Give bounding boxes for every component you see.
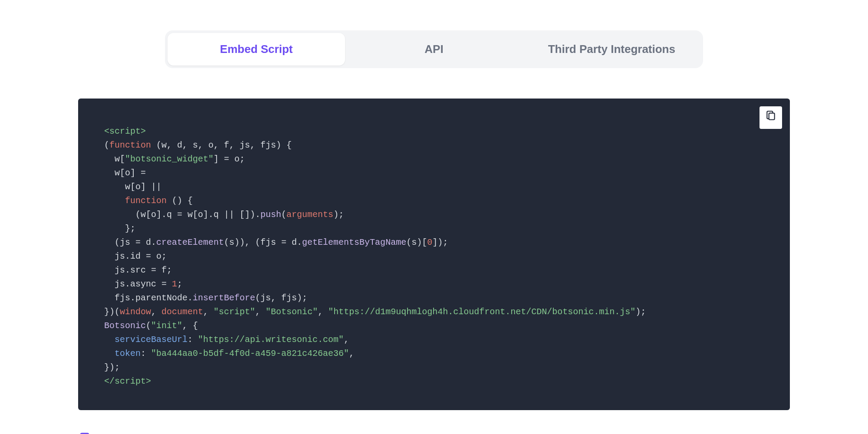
- code-token: function: [125, 196, 167, 206]
- code-token: [104, 335, 115, 345]
- code-token: ,: [349, 349, 354, 358]
- code-token: "https://d1m9uqhmlogh4h.cloudfront.net/C…: [328, 307, 635, 317]
- code-token: window: [120, 307, 151, 317]
- code-token: (w[o].q = w[o].q || []).: [104, 210, 260, 220]
- code-token: (: [281, 210, 286, 220]
- code-token: push: [260, 210, 281, 220]
- code-token: "botsonic_widget": [125, 154, 214, 164]
- code-token: getElementsByTagName: [302, 237, 406, 247]
- copy-button[interactable]: [760, 106, 782, 129]
- code-token: );: [635, 307, 646, 317]
- code-token: ]);: [432, 237, 448, 247]
- code-token: 1: [172, 279, 177, 289]
- tab-embed-script[interactable]: Embed Script: [168, 33, 345, 66]
- code-token: document: [161, 307, 203, 317]
- code-token: , {: [182, 321, 198, 331]
- code-token: (: [104, 140, 109, 150]
- code-token: Botsonic: [104, 321, 146, 331]
- code-token: js.async =: [104, 279, 172, 289]
- page-container: Embed Script API Third Party Integration…: [0, 0, 868, 434]
- clipboard-icon: [765, 110, 776, 126]
- code-token: token: [115, 349, 141, 358]
- code-token: };: [104, 224, 135, 233]
- code-token: })(: [104, 307, 120, 317]
- code-token: (s)), (fjs = d.: [224, 237, 302, 247]
- tabs: Embed Script API Third Party Integration…: [165, 30, 703, 68]
- code-token: (: [146, 321, 151, 331]
- code-token: :: [141, 349, 151, 358]
- code-token: (js, fjs);: [255, 293, 307, 303]
- learn-more-row: Learn more about using Embed Script: [78, 432, 790, 434]
- code-token: });: [104, 362, 120, 372]
- code-token: </script>: [104, 376, 151, 386]
- tabs-wrapper: Embed Script API Third Party Integration…: [78, 30, 790, 68]
- code-token: ,: [255, 307, 266, 317]
- code-token: ,: [344, 335, 349, 345]
- code-token: (w, d, s, o, f, js, fjs) {: [151, 140, 292, 150]
- code-token: (s)[: [406, 237, 427, 247]
- code-token: () {: [167, 196, 193, 206]
- code-token: [104, 349, 115, 358]
- tab-api[interactable]: API: [345, 33, 523, 66]
- code-token: w[o] ||: [104, 182, 161, 192]
- code-token: insertBefore: [193, 293, 255, 303]
- code-token: ;: [177, 279, 182, 289]
- code-token: <script>: [104, 126, 146, 136]
- code-token: createElement: [156, 237, 224, 247]
- code-token: js.src = f;: [104, 265, 172, 275]
- code-token: "Botsonic": [266, 307, 318, 317]
- code-token: :: [187, 335, 198, 345]
- code-token: "init": [151, 321, 182, 331]
- code-token: 0: [427, 237, 432, 247]
- code-token: ,: [203, 307, 214, 317]
- code-token: js.id = o;: [104, 251, 167, 261]
- document-icon: [78, 432, 91, 434]
- code-token: arguments: [286, 210, 333, 220]
- code-token: serviceBaseUrl: [115, 335, 187, 345]
- tab-third-party-integrations[interactable]: Third Party Integrations: [523, 33, 700, 66]
- code-token: (js = d.: [104, 237, 156, 247]
- code-token: "ba444aa0-b5df-4f0d-a459-a821c426ae36": [151, 349, 349, 358]
- svg-rect-0: [769, 113, 775, 119]
- code-block: <script> (function (w, d, s, o, f, js, f…: [78, 99, 790, 410]
- code-token: [104, 196, 125, 206]
- code-token: function: [109, 140, 151, 150]
- code-token: ,: [151, 307, 161, 317]
- code-token: w[: [104, 154, 125, 164]
- code-token: );: [333, 210, 344, 220]
- code-token: w[o] =: [104, 168, 146, 178]
- code-token: fjs.parentNode.: [104, 293, 193, 303]
- code-token: "script": [214, 307, 255, 317]
- code-token: "https://api.writesonic.com": [198, 335, 344, 345]
- code-token: ,: [318, 307, 328, 317]
- code-token: ] = o;: [214, 154, 245, 164]
